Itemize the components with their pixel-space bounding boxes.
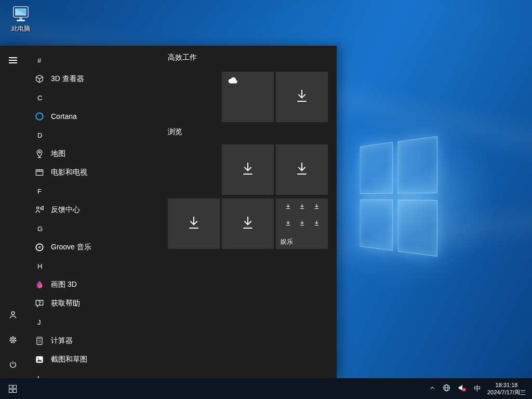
app-list-item-snip-sketch[interactable]: 截图和草图 [33, 350, 166, 369]
chevron-up-icon [429, 384, 435, 393]
onedrive-cloud-icon [227, 76, 238, 87]
cortana-icon [33, 110, 46, 123]
user-account-button[interactable] [6, 309, 20, 323]
app-list-item-cortana[interactable]: Cortana [33, 107, 166, 126]
start-button[interactable] [0, 378, 25, 399]
tile-pending-download[interactable] [222, 198, 274, 249]
this-pc-icon [6, 5, 35, 24]
tile-pending-download[interactable] [276, 144, 328, 195]
download-arrow-icon [299, 219, 305, 231]
ime-indicator[interactable]: 中 [470, 378, 484, 399]
download-arrow-icon [240, 215, 256, 233]
app-list: # 3D 查看器 C C [25, 46, 166, 378]
snip-sketch-icon [33, 353, 46, 366]
app-list-letter-header[interactable]: # [33, 51, 166, 70]
taskbar-clock[interactable]: 18:31:18 2024/7/17/周三 [484, 381, 532, 396]
app-list-item-get-help[interactable]: 获取帮助 [33, 294, 166, 313]
settings-button[interactable] [6, 334, 20, 348]
start-menu: # 3D 查看器 C C [0, 46, 337, 378]
wallpaper-windows-logo [360, 136, 437, 257]
app-list-letter-header[interactable]: D [33, 126, 166, 144]
download-arrow-icon [294, 88, 310, 107]
app-list-item-movies-tv[interactable]: 电影和电视 [33, 163, 166, 182]
taskbar: 中 18:31:18 2024/7/17/周三 [0, 378, 532, 399]
app-list-letter-header[interactable]: H [33, 257, 166, 275]
download-arrow-icon [285, 219, 291, 231]
feedback-hub-icon [33, 204, 46, 216]
app-list-letter-header[interactable]: G [33, 219, 166, 238]
clock-date: 2024/7/17/周三 [487, 389, 526, 396]
desktop-icon-label: 此电脑 [6, 24, 35, 33]
tile-pending-download[interactable] [222, 144, 274, 195]
app-list-letter-header[interactable]: F [33, 182, 166, 201]
app-list-letter-header[interactable]: J [33, 313, 166, 331]
volume-button[interactable] [454, 378, 470, 399]
app-list-item-3d-viewer[interactable]: 3D 查看器 [33, 70, 166, 88]
expand-menu-button[interactable] [6, 53, 20, 68]
download-arrow-icon [313, 203, 320, 214]
gear-icon [8, 335, 18, 347]
app-list-item-groove-music[interactable]: Groove 音乐 [33, 238, 166, 257]
download-arrow-icon [313, 219, 320, 231]
maps-icon [33, 148, 46, 160]
network-globe-icon [443, 384, 450, 394]
folder-tile-label: 娱乐 [281, 237, 293, 246]
tile-group-header-browse[interactable]: 浏览 [168, 126, 182, 137]
tile-pending-download[interactable] [276, 72, 328, 122]
hamburger-icon [9, 57, 17, 63]
app-list-item-paint-3d[interactable]: 画图 3D [33, 275, 166, 294]
app-list-item-calculator[interactable]: 计算器 [33, 331, 166, 350]
groove-music-icon [33, 241, 46, 254]
tray-overflow-button[interactable] [425, 378, 439, 399]
network-button[interactable] [439, 378, 454, 399]
start-menu-rail [0, 46, 25, 378]
clock-time: 18:31:18 [487, 381, 526, 389]
app-list-item-maps[interactable]: 地图 [33, 144, 166, 163]
paint-3d-icon [33, 278, 46, 291]
tile-folder-entertainment[interactable]: 娱乐 [276, 198, 328, 249]
volume-muted-icon [458, 383, 467, 394]
folder-mini-tiles [281, 203, 324, 231]
download-arrow-icon [299, 203, 305, 214]
movies-tv-icon [33, 166, 46, 179]
windows-logo-icon [9, 385, 17, 393]
power-icon [8, 360, 18, 371]
download-arrow-icon [294, 161, 310, 179]
user-icon [8, 310, 18, 322]
download-arrow-icon [240, 161, 256, 179]
tile-onedrive[interactable] [222, 72, 274, 122]
desktop-icon-this-pc[interactable]: 此电脑 [6, 5, 35, 33]
tile-pending-download[interactable] [168, 198, 220, 249]
3d-viewer-icon [33, 73, 46, 85]
tile-group-header-productivity[interactable]: 高效工作 [168, 52, 197, 62]
desktop: 此电脑 [0, 0, 532, 399]
download-arrow-icon [285, 203, 291, 214]
app-list-item-feedback-hub[interactable]: 反馈中心 [33, 201, 166, 219]
calculator-icon [33, 335, 46, 347]
power-button[interactable] [6, 358, 20, 373]
get-help-icon [33, 297, 46, 310]
system-tray: 中 18:31:18 2024/7/17/周三 [425, 378, 532, 399]
tile-area: 高效工作 浏览 [168, 46, 334, 378]
download-arrow-icon [185, 215, 202, 233]
app-list-letter-header[interactable]: C [33, 88, 166, 107]
